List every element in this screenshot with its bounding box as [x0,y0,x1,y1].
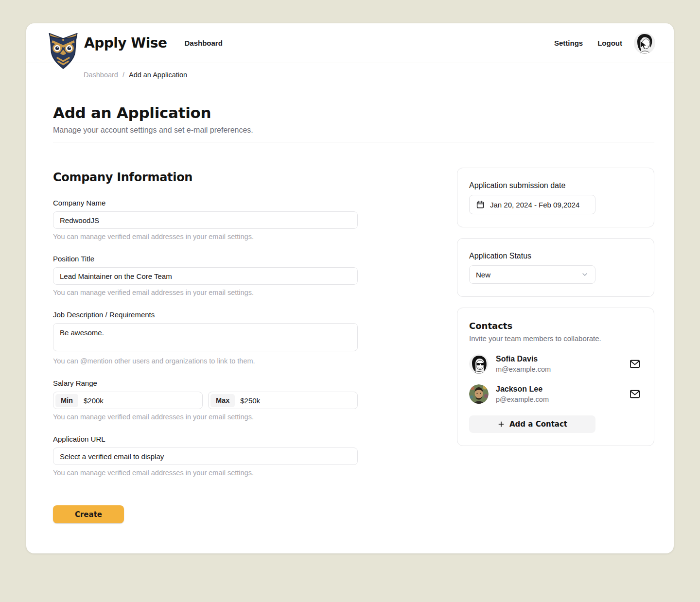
company-name-label: Company Name [53,198,358,207]
chevron-down-icon [581,271,589,278]
breadcrumb-dashboard[interactable]: Dashboard [84,71,118,79]
contacts-card: Contacts Invite your team members to col… [457,308,654,446]
application-url-field-group: Application URL You can manage verified … [53,434,358,477]
contact-info: Jackson Lee p@example.com [496,384,549,404]
date-range-value: Jan 20, 2024 - Feb 09,2024 [490,201,579,209]
submission-date-card: Application submission date Jan 20, 2024… [457,168,654,227]
content: Company Information Company Name You can… [26,142,674,523]
top-bar: Apply Wise Dashboard Settings Logout [26,23,674,63]
send-email-button[interactable] [628,387,642,401]
contact-avatar-sofia [469,354,489,374]
contact-row: Jackson Lee p@example.com [469,384,642,404]
job-description-textarea[interactable] [53,323,358,351]
company-information-form: Company Information Company Name You can… [53,171,358,523]
page-background: { "brand": { "name": "Apply Wise" }, "he… [0,0,700,602]
user-avatar-image [634,33,655,54]
contacts-subtitle: Invite your team members to collaborate. [469,334,642,344]
submission-date-label: Application submission date [469,181,642,190]
salary-min-input[interactable] [80,396,202,405]
contact-email: m@example.com [496,365,551,374]
salary-min-wrapper: Min [53,392,203,409]
salary-max-input[interactable] [237,396,357,405]
avatar [469,354,489,374]
position-title-field-group: Position Title You can manage verified e… [53,254,358,297]
date-range-button[interactable]: Jan 20, 2024 - Feb 09,2024 [469,195,595,214]
nav-dashboard-link[interactable]: Dashboard [185,39,223,47]
application-status-card: Application Status New [457,238,654,297]
salary-range-label: Salary Range [53,378,358,388]
application-url-helper: You can manage verified email addresses … [53,469,358,477]
avatar [469,384,489,404]
status-select[interactable]: New [469,265,595,284]
settings-link[interactable]: Settings [554,39,583,47]
job-description-field-group: Job Description / Requirements You can @… [53,310,358,365]
application-url-input[interactable] [53,447,358,465]
mail-icon [630,389,640,399]
job-description-helper: You can @mention other users and organiz… [53,357,358,365]
contacts-title: Contacts [469,321,642,331]
salary-max-prefix: Max [210,394,235,407]
contact-name: Jackson Lee [496,384,549,394]
breadcrumb: Dashboard / Add an Application [26,63,674,79]
salary-range-helper: You can manage verified email addresses … [53,413,358,421]
topbar-actions: Settings Logout [554,33,655,54]
mail-icon [630,359,640,369]
user-avatar[interactable] [634,33,655,54]
application-url-label: Application URL [53,434,358,444]
position-title-label: Position Title [53,254,358,263]
send-email-button[interactable] [628,357,642,371]
add-contact-label: Add a Contact [509,420,567,429]
company-name-field-group: Company Name You can manage verified ema… [53,198,358,241]
status-selected-value: New [476,271,490,279]
salary-max-wrapper: Max [208,392,358,409]
contact-row: Sofia Davis m@example.com [469,354,642,374]
contact-email: p@example.com [496,395,549,404]
application-status-label: Application Status [469,251,642,260]
page-head: Add an Application Manage your account s… [26,79,674,136]
applywise-logo[interactable] [48,33,78,69]
logout-link[interactable]: Logout [597,39,622,47]
company-name-input[interactable] [53,211,358,229]
position-title-input[interactable] [53,267,358,285]
page-title: Add an Application [53,103,654,122]
breadcrumb-current: Add an Application [129,71,187,79]
job-description-label: Job Description / Requirements [53,310,358,319]
plus-icon [497,420,505,428]
owl-logo-icon [48,33,78,69]
side-column: Application submission date Jan 20, 2024… [457,168,654,523]
add-contact-button[interactable]: Add a Contact [469,415,595,433]
brand-name[interactable]: Apply Wise [84,35,167,51]
contact-name: Sofia Davis [496,354,551,364]
salary-range-row: Min Max [53,392,358,409]
contact-info: Sofia Davis m@example.com [496,354,551,374]
salary-min-prefix: Min [55,394,78,407]
salary-range-field-group: Salary Range Min Max You can manage veri… [53,378,358,421]
contact-avatar-jackson [469,384,489,404]
calendar-icon [476,200,485,209]
company-name-helper: You can manage verified email addresses … [53,233,358,241]
section-title: Company Information [53,171,358,184]
position-title-helper: You can manage verified email addresses … [53,289,358,297]
create-button[interactable]: Create [53,505,124,523]
main-card: Apply Wise Dashboard Settings Logout [26,23,674,553]
page-subtitle: Manage your account settings and set e-m… [53,124,654,136]
breadcrumb-separator: / [122,71,124,79]
